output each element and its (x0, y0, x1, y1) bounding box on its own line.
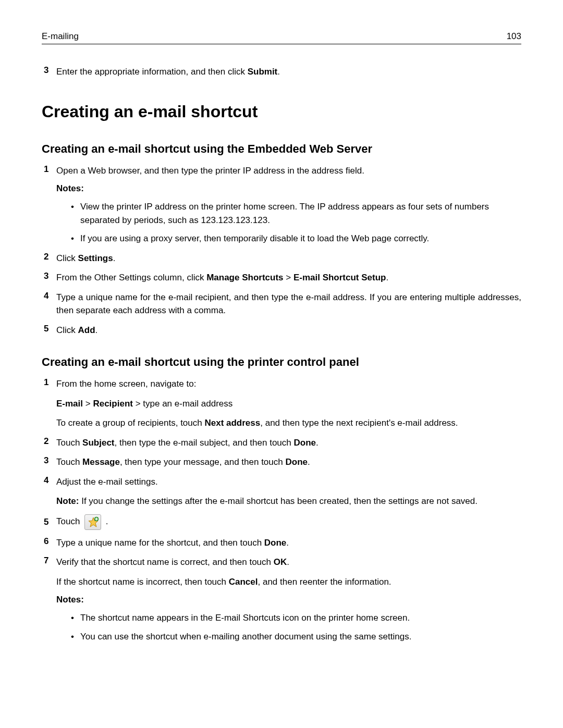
step-text: Click Settings. (56, 252, 521, 265)
bullet-item: • The shortcut name appears in the E-mai… (71, 611, 521, 625)
step-number: 3 (44, 271, 56, 285)
page-number: 103 (507, 31, 521, 42)
notes-label: Notes: (56, 183, 521, 194)
notes-label: Notes: (56, 595, 521, 605)
section-title: E-mailing (42, 31, 79, 42)
step-text: Enter the appropriate information, and t… (56, 65, 521, 79)
heading-1: Creating an e-mail shortcut (42, 102, 521, 121)
step-item: 4 Adjust the e-mail settings. Note: If y… (44, 475, 521, 508)
step-number: 7 (44, 556, 56, 588)
step-number: 1 (44, 164, 56, 178)
step-number: 1 (44, 377, 56, 430)
step-text: Touch Message, then type your message, a… (56, 455, 521, 469)
bullet-dot-icon: • (71, 200, 80, 227)
step-text: From the home screen, navigate to: E-mai… (56, 377, 521, 430)
step-item: 3 Touch Message, then type your message,… (44, 455, 521, 469)
step-number: 6 (44, 536, 56, 550)
step-text: Click Add. (56, 324, 521, 337)
step-item: 1 From the home screen, navigate to: E-m… (44, 377, 521, 430)
step-text: Verify that the shortcut name is correct… (56, 556, 521, 588)
step-item: 7 Verify that the shortcut name is corre… (44, 556, 521, 588)
step-text: Touch Subject, then type the e-mail subj… (56, 436, 521, 450)
step-item: 3 Enter the appropriate information, and… (44, 65, 521, 79)
step-number: 3 (44, 455, 56, 469)
step-text: Adjust the e-mail settings. Note: If you… (56, 475, 521, 508)
heading-2: Creating an e-mail shortcut using the Em… (42, 142, 521, 156)
add-shortcut-star-icon (84, 514, 101, 530)
step-text: Type a unique name for the shortcut, and… (56, 536, 521, 550)
step-number: 2 (44, 252, 56, 265)
step-item: 4 Type a unique name for the e-mail reci… (44, 291, 521, 317)
bullet-list: • The shortcut name appears in the E-mai… (71, 611, 521, 643)
step-text: From the Other Settings column, click Ma… (56, 271, 521, 285)
bullet-item: • View the printer IP address on the pri… (71, 200, 521, 227)
step-text: Type a unique name for the e-mail recipi… (56, 291, 521, 317)
step-number: 3 (44, 65, 56, 79)
bullet-item: • You can use the shortcut when e-mailin… (71, 630, 521, 644)
step-item: 3 From the Other Settings column, click … (44, 271, 521, 285)
step-item: 5 Touch . (44, 514, 521, 530)
step-text: Touch . (56, 514, 521, 530)
step-number: 4 (44, 291, 56, 317)
heading-2: Creating an e-mail shortcut using the pr… (42, 355, 521, 369)
step-item: 6 Type a unique name for the shortcut, a… (44, 536, 521, 550)
step-item: 2 Touch Subject, then type the e-mail su… (44, 436, 521, 450)
step-number: 5 (44, 324, 56, 337)
bullet-item: • If you are using a proxy server, then … (71, 232, 521, 245)
bullet-dot-icon: • (71, 611, 80, 625)
bullet-list: • View the printer IP address on the pri… (71, 200, 521, 245)
step-text: Open a Web browser, and then type the pr… (56, 164, 521, 178)
bullet-dot-icon: • (71, 232, 80, 245)
step-item: 5 Click Add. (44, 324, 521, 337)
page-header: E-mailing 103 (42, 31, 521, 44)
step-item: 1 Open a Web browser, and then type the … (44, 164, 521, 178)
step-item: 2 Click Settings. (44, 252, 521, 265)
bullet-dot-icon: • (71, 630, 80, 644)
step-number: 4 (44, 475, 56, 508)
step-number: 5 (44, 517, 56, 527)
step-number: 2 (44, 436, 56, 450)
